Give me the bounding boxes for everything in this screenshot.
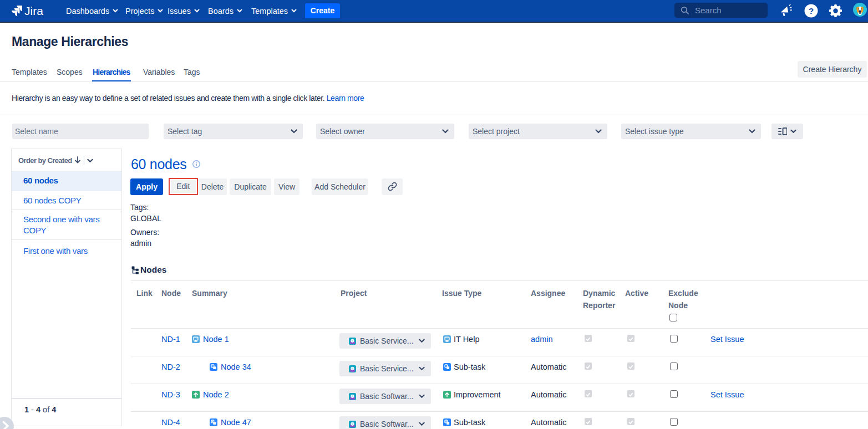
svg-text:?: ?: [809, 6, 814, 16]
